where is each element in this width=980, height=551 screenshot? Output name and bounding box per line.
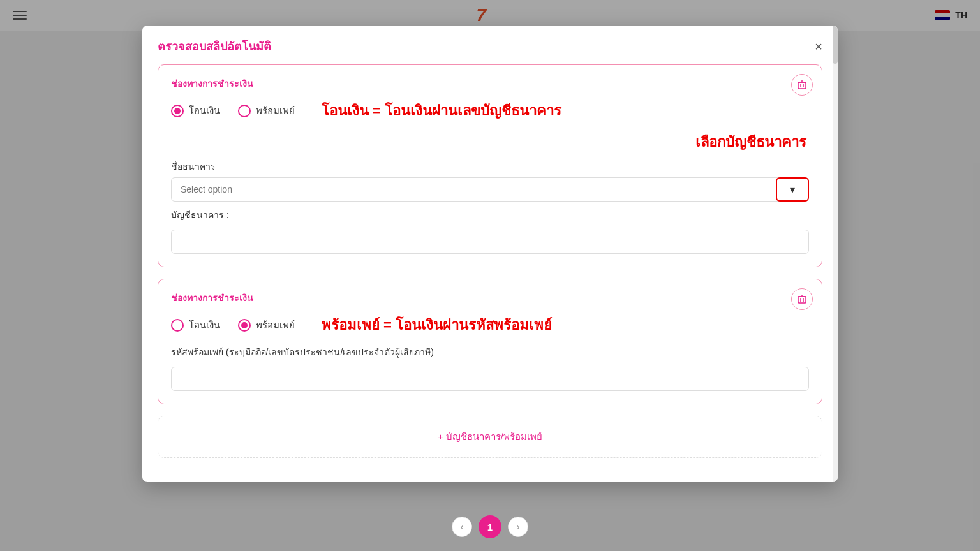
card1-radio-promptpay[interactable]: พร้อมเพย์ [238, 103, 295, 119]
card2-radio-transfer-circle [171, 319, 184, 332]
scrollbar-thumb[interactable] [833, 26, 838, 64]
next-arrow-icon: › [517, 522, 520, 532]
delete-card1-button[interactable] [791, 74, 813, 96]
card1-radio-promptpay-label: พร้อมเพย์ [256, 103, 295, 119]
modal-title: ตรวจสอบสลิปอัตโนมัติ [158, 37, 271, 55]
card1-radio-row: โอนเงิน พร้อมเพย์ โอนเงิน = โอนเงินผ่านเ… [171, 99, 809, 122]
prev-page-button[interactable]: ‹ [452, 517, 472, 537]
card1-radio-promptpay-circle [238, 105, 251, 117]
card2-promptpay-label: รหัสพร้อมเพย์ (ระบุมือถือ/เลขบัตรประชาชน… [171, 345, 809, 359]
current-page-indicator: 1 [479, 515, 501, 538]
card2-payment-desc: พร้อมเพย์ = โอนเงินผ่านรหัสพร้อมเพย์ [322, 314, 552, 336]
modal: ตรวจสอบสลิปอัตโนมัติ × ช่องทางการชำระเงิ… [142, 26, 838, 482]
card1-radio-transfer-label: โอนเงิน [189, 103, 220, 119]
svg-rect-1 [798, 297, 806, 303]
svg-rect-0 [798, 82, 806, 89]
card1-dropdown-button[interactable]: ▾ [776, 177, 809, 202]
prev-arrow-icon: ‹ [461, 522, 464, 532]
add-bank-button[interactable]: + บัญชีธนาคาร/พร้อมเพย์ [438, 429, 542, 444]
card2-section-title: ช่องทางการชำระเงิน [171, 291, 809, 305]
chevron-down-icon: ▾ [790, 184, 795, 196]
card2-promptpay-input[interactable] [171, 367, 809, 391]
card1-radio-transfer[interactable]: โอนเงิน [171, 103, 220, 119]
card1-bank-select-wrapper: ▾ [171, 177, 809, 202]
card2-radio-transfer[interactable]: โอนเงิน [171, 318, 220, 333]
modal-overlay: ตรวจสอบสลิปอัตโนมัติ × ช่องทางการชำระเงิ… [0, 0, 980, 551]
card1-payment-desc: โอนเงิน = โอนเงินผ่านเลขบัญชีธนาคาร [322, 99, 561, 122]
card2-radio-transfer-label: โอนเงิน [189, 318, 220, 333]
next-page-button[interactable]: › [508, 517, 528, 537]
modal-header: ตรวจสอบสลิปอัตโนมัติ × [142, 26, 838, 64]
card1-bank-account-label: บัญชีธนาคาร : [171, 208, 809, 222]
card1-section-title: ช่องทางการชำระเงิน [171, 77, 809, 91]
payment-card-1: ช่องทางการชำระเงิน โอนเงิน [158, 64, 822, 267]
delete-card2-button[interactable] [791, 288, 813, 310]
card2-radio-row: โอนเงิน พร้อมเพย์ พร้อมเพย์ = โอนเงินผ่า… [171, 314, 809, 336]
payment-card-2: ช่องทางการชำระเงิน โอนเงิน [158, 279, 822, 404]
card2-radio-promptpay[interactable]: พร้อมเพย์ [238, 318, 295, 333]
card1-bank-account-input[interactable] [171, 230, 809, 254]
card2-radio-promptpay-circle [238, 319, 251, 332]
card1-bank-select-input[interactable] [171, 177, 809, 202]
card2-radio-promptpay-label: พร้อมเพย์ [256, 318, 295, 333]
close-button[interactable]: × [815, 40, 822, 53]
add-bank-section: + บัญชีธนาคาร/พร้อมเพย์ [158, 416, 822, 458]
card1-bank-name-label: ชื่อธนาคาร [171, 159, 809, 173]
card1-radio-transfer-circle [171, 105, 184, 117]
bank-select-label: เลือกบัญชีธนาคาร [171, 131, 809, 153]
bottom-pagination: ‹ 1 › [452, 515, 528, 538]
modal-body: ช่องทางการชำระเงิน โอนเงิน [142, 64, 838, 482]
scrollbar-track [833, 26, 838, 482]
